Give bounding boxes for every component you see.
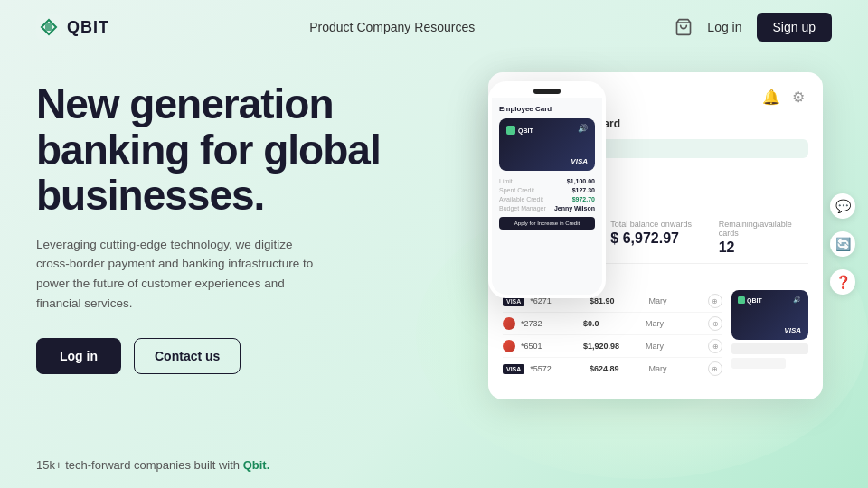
hero-contact-button[interactable]: Contact us	[134, 338, 241, 374]
svg-rect-1	[45, 23, 52, 31]
dash-settings-icon[interactable]: ⚙	[788, 87, 808, 107]
phone-top-bar	[492, 85, 602, 98]
phone-spent-row: Spent Credit $127.30	[499, 187, 595, 193]
phone-speaker-icon: 🔊	[578, 124, 588, 133]
table-row: *6501 $1,920.98 Mary ⊕	[503, 335, 722, 358]
phone-limit-label: Limit	[499, 178, 513, 184]
mini-card-icon	[738, 296, 745, 304]
card-num-4: *5572	[530, 364, 584, 373]
right-floating-icons: 💬 🔄 ❓	[830, 193, 855, 295]
mastercard-icon-2	[503, 317, 515, 330]
logo-icon	[36, 14, 61, 40]
right-refresh-icon[interactable]: 🔄	[830, 231, 855, 257]
logo: QBIT	[36, 14, 109, 40]
card-num-3: *6501	[521, 342, 578, 351]
dash-card-table: VISA *6271 $81.90 Mary ⊕ *2732 $0.0 Mary	[503, 290, 722, 380]
phone-available-row: Available Credit $972.70	[499, 196, 595, 202]
phone-manager-value: Jenny Wilson	[554, 205, 595, 211]
table-row: VISA *5572 $624.89 Mary ⊕	[503, 358, 722, 380]
mini-card-visa: VISA	[784, 326, 801, 334]
card-balance-4: $624.89	[590, 364, 644, 373]
dash-remaining-label: Remaining/available cards	[719, 220, 808, 238]
hero-right: Employee Card QBIT 🔊 VISA Limit $1,100.0…	[452, 63, 832, 443]
hero-title: New generation banking for global busine…	[36, 81, 452, 219]
cart-icon[interactable]	[675, 18, 693, 36]
phone-card-brand: QBIT	[506, 126, 588, 135]
phone-manager-label: Budget Manager	[499, 205, 546, 211]
phone-limit-value: $1,100.00	[567, 178, 595, 184]
phone-spent-value: $127.30	[572, 187, 595, 193]
dash-total-value: $ 6,972.97	[610, 230, 700, 247]
nav-resources[interactable]: Resources	[412, 16, 476, 38]
phone-brand-icon	[506, 126, 515, 135]
hero-description: Leveraging cutting-edge technology, we d…	[36, 235, 316, 313]
table-row: *2732 $0.0 Mary ⊕	[503, 313, 722, 335]
signup-button[interactable]: Sign up	[757, 13, 832, 42]
card-holder-2: Mary	[646, 319, 703, 328]
card-action-2[interactable]: ⊕	[708, 316, 722, 331]
card-balance-2: $0.0	[583, 319, 640, 328]
mastercard-icon-3	[503, 340, 515, 352]
nav-company[interactable]: Company	[354, 16, 412, 38]
card-action-3[interactable]: ⊕	[708, 339, 722, 353]
mini-card-speaker-icon: 🔊	[793, 296, 801, 304]
dash-remaining-value: 12	[719, 239, 808, 256]
phone-card-title: Employee Card	[499, 105, 595, 113]
phone-visa-text: VISA	[571, 157, 588, 165]
phone-available-value: $972.70	[572, 196, 595, 202]
login-link[interactable]: Log in	[707, 20, 741, 34]
phone-limit-row: Limit $1,100.00	[499, 178, 595, 184]
card-action-1[interactable]: ⊕	[708, 294, 722, 308]
footer-company: Qbit.	[243, 458, 270, 472]
right-help-icon[interactable]: ❓	[830, 269, 855, 295]
phone-notch	[533, 89, 561, 94]
mini-card-placeholder-2	[731, 358, 786, 369]
phone-apply-button[interactable]: Apply for Increase in Credit	[499, 217, 595, 230]
dash-stat-remaining: Remaining/available cards 12	[719, 220, 808, 256]
phone-dark-card: QBIT 🔊 VISA	[499, 118, 595, 171]
visa-badge-4: VISA	[503, 364, 524, 374]
hero-section: New generation banking for global busine…	[0, 54, 868, 443]
dash-stat-total: Total balance onwards $ 6,972.97	[610, 220, 700, 256]
phone-manager-row: Budget Manager Jenny Wilson	[499, 205, 595, 211]
card-balance-1: $81.90	[590, 296, 644, 305]
dash-total-label: Total balance onwards	[610, 220, 700, 229]
phone-available-label: Available Credit	[499, 196, 543, 202]
phone-mockup: Employee Card QBIT 🔊 VISA Limit $1,100.0…	[488, 81, 606, 298]
mini-dark-card: QBIT 🔊 VISA	[731, 290, 808, 340]
navbar: QBIT Product Company Resources Log in Si…	[0, 0, 868, 54]
hero-login-button[interactable]: Log in	[36, 338, 121, 374]
dash-header-icons: 🔔 ⚙	[761, 87, 808, 107]
nav-links: Product Company Resources	[307, 16, 476, 38]
card-holder-4: Mary	[648, 364, 703, 373]
footer-prefix: 15k+ tech-forward companies built with	[36, 458, 243, 472]
card-action-4[interactable]: ⊕	[708, 361, 722, 376]
right-chat-icon[interactable]: 💬	[830, 193, 855, 219]
nav-product[interactable]: Product	[307, 16, 354, 38]
card-holder-1: Mary	[648, 296, 703, 305]
hero-left: New generation banking for global busine…	[36, 63, 452, 374]
footer-text: 15k+ tech-forward companies built with Q…	[36, 458, 269, 472]
card-holder-3: Mary	[646, 342, 703, 351]
phone-spent-label: Spent Credit	[499, 187, 534, 193]
mini-card-placeholder-1	[731, 343, 808, 354]
phone-content: Employee Card QBIT 🔊 VISA Limit $1,100.0…	[492, 98, 602, 295]
card-num-2: *2732	[521, 319, 578, 328]
phone-brand-text: QBIT	[518, 127, 533, 134]
dash-bell-icon[interactable]: 🔔	[761, 87, 781, 107]
hero-buttons: Log in Contact us	[36, 338, 452, 374]
brand-name: QBIT	[67, 18, 109, 37]
nav-right: Log in Sign up	[675, 13, 832, 42]
card-balance-3: $1,920.98	[583, 342, 640, 351]
